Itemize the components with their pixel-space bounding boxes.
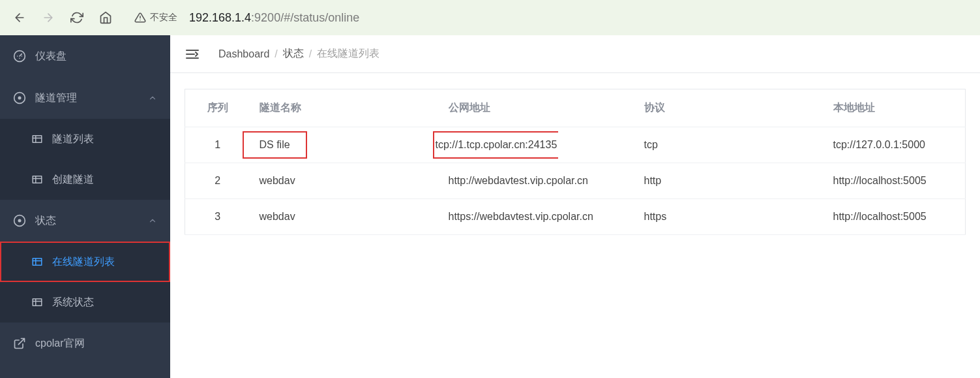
arrow-right-icon <box>42 11 55 24</box>
url-port: :9200 <box>251 11 280 24</box>
address-bar[interactable]: 不安全 192.168.1.4:9200/#/status/online <box>128 9 972 26</box>
cell-public: tcp://1.tcp.cpolar.cn:24135 <box>439 127 635 163</box>
sidebar-item-dashboard[interactable]: 仪表盘 <box>0 35 170 77</box>
breadcrumb-separator: / <box>309 48 312 60</box>
sidebar-item-label: 隧道管理 <box>35 91 139 105</box>
breadcrumb: Dashboard / 状态 / 在线隧道列表 <box>218 47 379 61</box>
breadcrumb-item[interactable]: 状态 <box>283 47 304 61</box>
url-text: 192.168.1.4:9200/#/status/online <box>184 11 359 25</box>
breadcrumb-item-current: 在线隧道列表 <box>317 47 379 61</box>
sidebar-item-tunnel-manage[interactable]: 隧道管理 <box>0 77 170 119</box>
tunnel-table: 序列 隧道名称 公网地址 协议 本地地址 1 DS file tcp://1.t… <box>185 89 966 235</box>
svg-rect-3 <box>33 136 42 143</box>
svg-rect-8 <box>33 299 42 306</box>
sidebar-item-label: 仪表盘 <box>35 50 157 63</box>
grid-icon <box>31 174 43 185</box>
main-content: Dashboard / 状态 / 在线隧道列表 序列 隧道名称 公网地址 协议 … <box>170 35 980 378</box>
sidebar-item-cpolar-site[interactable]: cpolar官网 <box>0 323 170 364</box>
table-row[interactable]: 2 webdav http://webdavtest.vip.cpolar.cn… <box>185 163 966 199</box>
sidebar: 仪表盘 隧道管理 隧道列表 创建隧道 <box>0 35 170 378</box>
sidebar-item-create-tunnel[interactable]: 创建隧道 <box>0 159 170 200</box>
circle-dot-icon <box>13 91 26 104</box>
cell-proto: tcp <box>635 127 824 163</box>
chevron-up-icon <box>148 216 157 225</box>
highlight-box: DS file <box>243 131 307 159</box>
breadcrumb-separator: / <box>275 48 277 60</box>
external-link-icon <box>13 337 26 350</box>
cell-proto: http <box>635 163 824 199</box>
warning-icon <box>134 12 146 24</box>
home-icon <box>99 11 112 24</box>
sidebar-item-tunnel-list[interactable]: 隧道列表 <box>0 119 170 159</box>
sidebar-item-label: cpolar官网 <box>35 337 157 351</box>
table-row[interactable]: 1 DS file tcp://1.tcp.cpolar.cn:24135 tc… <box>185 127 966 163</box>
highlight-box: tcp://1.tcp.cpolar.cn:24135 <box>433 131 559 159</box>
sidebar-item-label: 在线隧道列表 <box>52 255 157 269</box>
cell-name: webdav <box>250 163 439 199</box>
home-button[interactable] <box>94 6 117 29</box>
forward-button[interactable] <box>37 6 60 29</box>
table-header-public: 公网地址 <box>439 89 635 127</box>
cell-public: https://webdavtest.vip.cpolar.cn <box>439 199 635 235</box>
grid-icon <box>31 256 43 268</box>
cell-public: http://webdavtest.vip.cpolar.cn <box>439 163 635 199</box>
table-row[interactable]: 3 webdav https://webdavtest.vip.cpolar.c… <box>185 199 966 235</box>
sidebar-item-label: 状态 <box>35 214 139 228</box>
sidebar-item-label: 创建隧道 <box>52 173 157 187</box>
url-path: /#/status/online <box>280 11 359 24</box>
sidebar-item-label: 系统状态 <box>52 296 157 309</box>
svg-rect-4 <box>33 176 42 183</box>
cell-local: http://localhost:5005 <box>824 199 966 235</box>
sidebar-item-status[interactable]: 状态 <box>0 200 170 242</box>
cell-name: DS file <box>250 127 439 163</box>
cell-local: tcp://127.0.0.1:5000 <box>824 127 966 163</box>
cell-proto: https <box>635 199 824 235</box>
browser-toolbar: 不安全 192.168.1.4:9200/#/status/online <box>0 0 980 35</box>
url-host: 192.168.1.4 <box>189 11 251 24</box>
cell-local: http://localhost:5005 <box>824 163 966 199</box>
table-header-seq: 序列 <box>185 89 250 127</box>
content-panel: 序列 隧道名称 公网地址 协议 本地地址 1 DS file tcp://1.t… <box>170 73 980 378</box>
sidebar-item-online-tunnel-list[interactable]: 在线隧道列表 <box>0 242 170 282</box>
toggle-sidebar-button[interactable] <box>185 46 200 62</box>
breadcrumb-item[interactable]: Dashboard <box>218 48 269 60</box>
back-button[interactable] <box>8 6 31 29</box>
table-header-proto: 协议 <box>635 89 824 127</box>
dashboard-icon <box>13 50 26 63</box>
reload-icon <box>70 11 83 24</box>
arrow-left-icon <box>13 11 26 24</box>
chevron-up-icon <box>148 93 157 102</box>
reload-button[interactable] <box>65 6 89 29</box>
table-header-row: 序列 隧道名称 公网地址 协议 本地地址 <box>185 89 966 127</box>
svg-point-6 <box>18 219 22 223</box>
hamburger-icon <box>185 46 200 62</box>
grid-icon <box>31 296 43 308</box>
svg-point-2 <box>18 97 22 100</box>
cell-seq: 1 <box>185 127 250 163</box>
security-label: 不安全 <box>150 12 177 24</box>
svg-rect-7 <box>33 259 42 266</box>
circle-dot-icon <box>13 214 26 227</box>
cell-name: webdav <box>250 199 439 235</box>
table-header-local: 本地地址 <box>824 89 966 127</box>
security-badge[interactable]: 不安全 <box>128 9 184 26</box>
grid-icon <box>31 133 43 145</box>
table-header-name: 隧道名称 <box>250 89 439 127</box>
topbar: Dashboard / 状态 / 在线隧道列表 <box>170 35 980 73</box>
sidebar-item-system-status[interactable]: 系统状态 <box>0 282 170 323</box>
sidebar-item-label: 隧道列表 <box>52 133 157 146</box>
cell-seq: 3 <box>185 199 250 235</box>
cell-seq: 2 <box>185 163 250 199</box>
